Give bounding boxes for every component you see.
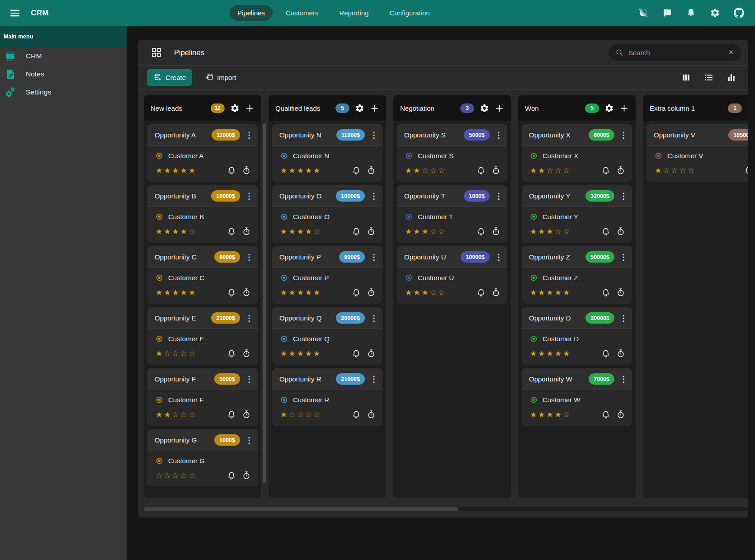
opportunity-card[interactable]: Opportunity G 1000$ ⋮ Customer G ☆☆☆☆☆ <box>147 429 258 487</box>
timer-button[interactable] <box>491 226 501 236</box>
opportunity-card[interactable]: Opportunity R 21000$ ⋮ Customer R ★☆☆☆☆ <box>272 368 382 426</box>
opportunity-card[interactable]: Opportunity Y 32000$ ⋮ Customer Y ★★★☆☆ <box>522 185 632 243</box>
card-menu-button[interactable]: ⋮ <box>369 253 379 261</box>
card-menu-button[interactable]: ⋮ <box>494 131 504 139</box>
timer-button[interactable] <box>616 287 626 297</box>
column-settings-button[interactable] <box>747 104 748 113</box>
card-menu-button[interactable]: ⋮ <box>244 375 254 383</box>
rating-stars[interactable]: ★★★☆☆ <box>530 228 571 235</box>
opportunity-card[interactable]: Opportunity E 21000$ ⋮ Customer E ★☆☆☆☆ <box>147 307 258 365</box>
search-input[interactable] <box>628 49 722 56</box>
opportunity-card[interactable]: Opportunity P 9000$ ⋮ Customer P ★★★★★ <box>272 246 382 304</box>
column-settings-button[interactable] <box>480 104 489 113</box>
column-settings-button[interactable] <box>355 104 364 113</box>
rating-stars[interactable]: ★★★☆☆ <box>405 289 446 296</box>
timer-button[interactable] <box>241 348 251 358</box>
timer-button[interactable] <box>491 287 501 297</box>
reminder-bell-button[interactable] <box>476 165 486 175</box>
opportunity-card[interactable]: Opportunity S 5000$ ⋮ Customer S ★★☆☆☆ <box>397 124 507 182</box>
rating-stars[interactable]: ★☆☆☆☆ <box>655 167 696 174</box>
column-add-button[interactable] <box>370 104 379 113</box>
card-menu-button[interactable]: ⋮ <box>369 192 379 200</box>
card-menu-button[interactable]: ⋮ <box>244 131 254 139</box>
reminder-bell-button[interactable] <box>226 226 236 236</box>
reminder-bell-button[interactable] <box>601 287 611 297</box>
timer-button[interactable] <box>241 409 251 419</box>
rating-stars[interactable]: ★★★★★ <box>280 167 321 174</box>
opportunity-card[interactable]: Opportunity U 10000$ ⋮ Customer U ★★★☆☆ <box>397 246 507 304</box>
rating-stars[interactable]: ★★★★★ <box>530 289 571 296</box>
rating-stars[interactable]: ★★★★★ <box>156 167 197 174</box>
card-menu-button[interactable]: ⋮ <box>618 253 628 261</box>
opportunity-card[interactable]: Opportunity F 5000$ ⋮ Customer F ★★☆☆☆ <box>147 368 258 426</box>
opportunity-card[interactable]: Opportunity B 10000$ ⋮ Customer B ★★★★☆ <box>147 185 258 243</box>
opportunity-card[interactable]: Opportunity X 6000$ ⋮ Customer X ★★☆☆☆ <box>522 124 632 182</box>
board-horizontal-scrollbar[interactable] <box>144 507 748 511</box>
opportunity-card[interactable]: Opportunity O 10000$ ⋮ Customer O ★★★★☆ <box>272 185 382 243</box>
import-button[interactable]: Import <box>201 69 240 86</box>
nav-tab-configuration[interactable]: Configuration <box>382 5 437 21</box>
search-clear-button[interactable]: ✕ <box>727 47 735 57</box>
timer-button[interactable] <box>366 348 376 358</box>
timer-button[interactable] <box>616 409 626 419</box>
reminder-bell-button[interactable] <box>226 471 236 480</box>
reminder-bell-button[interactable] <box>601 226 611 236</box>
github-button[interactable] <box>734 8 744 18</box>
card-menu-button[interactable]: ⋮ <box>369 314 379 322</box>
timer-button[interactable] <box>241 165 251 175</box>
reminder-bell-button[interactable] <box>351 348 361 358</box>
timer-button[interactable] <box>366 226 376 236</box>
column-add-button[interactable] <box>619 104 629 113</box>
sidebar-item-crm[interactable]: CRM <box>0 47 127 65</box>
opportunity-card[interactable]: Opportunity C 9000$ ⋮ Customer C ★★★★★ <box>147 246 258 304</box>
opportunity-card[interactable]: Opportunity A 11000$ ⋮ Customer A ★★★★★ <box>147 124 258 182</box>
reminder-bell-button[interactable] <box>744 165 748 175</box>
reminder-bell-button[interactable] <box>601 165 611 175</box>
notifications-button[interactable] <box>686 8 696 18</box>
timer-button[interactable] <box>366 165 376 175</box>
rating-stars[interactable]: ★★★★☆ <box>530 411 571 419</box>
reminder-bell-button[interactable] <box>226 348 236 358</box>
card-menu-button[interactable]: ⋮ <box>618 192 628 200</box>
timer-button[interactable] <box>491 165 501 175</box>
timer-button[interactable] <box>616 348 626 358</box>
card-menu-button[interactable]: ⋮ <box>244 192 254 200</box>
card-menu-button[interactable]: ⋮ <box>618 131 628 139</box>
card-menu-button[interactable]: ⋮ <box>244 253 254 261</box>
reminder-bell-button[interactable] <box>351 409 361 419</box>
card-menu-button[interactable]: ⋮ <box>494 253 504 261</box>
rating-stars[interactable]: ★★★★★ <box>156 289 197 296</box>
reminder-bell-button[interactable] <box>601 409 611 419</box>
reminder-bell-button[interactable] <box>351 165 361 175</box>
reminder-bell-button[interactable] <box>601 348 611 358</box>
rating-stars[interactable]: ★★★★★ <box>530 350 571 358</box>
timer-button[interactable] <box>616 226 626 236</box>
card-menu-button[interactable]: ⋮ <box>494 192 504 200</box>
timer-button[interactable] <box>241 471 251 480</box>
rating-stars[interactable]: ★★★★☆ <box>280 228 321 235</box>
reminder-bell-button[interactable] <box>226 287 236 297</box>
column-vertical-scrollbar[interactable] <box>263 123 266 483</box>
opportunity-card[interactable]: Opportunity D 20000$ ⋮ Customer D ★★★★★ <box>522 307 632 365</box>
nav-tab-customers[interactable]: Customers <box>278 5 326 21</box>
opportunity-card[interactable]: Opportunity Z 50000$ ⋮ Customer Z ★★★★★ <box>522 246 632 304</box>
reminder-bell-button[interactable] <box>476 226 486 236</box>
nav-tab-reporting[interactable]: Reporting <box>331 5 376 21</box>
nav-tab-pipelines[interactable]: Pipelines <box>230 5 273 21</box>
card-menu-button[interactable]: ⋮ <box>618 314 628 322</box>
rating-stars[interactable]: ★★☆☆☆ <box>156 411 197 419</box>
column-settings-button[interactable] <box>230 104 240 113</box>
reminder-bell-button[interactable] <box>351 226 361 236</box>
opportunity-card[interactable]: Opportunity V 10500$ ⋮ Customer V ★☆☆☆☆ <box>646 124 748 182</box>
opportunity-card[interactable]: Opportunity T 1000$ ⋮ Customer T ★★★☆☆ <box>397 185 507 243</box>
rating-stars[interactable]: ★★★☆☆ <box>405 228 446 235</box>
rating-stars[interactable]: ★☆☆☆☆ <box>280 411 321 419</box>
opportunity-card[interactable]: Opportunity N 11000$ ⋮ Customer N ★★★★★ <box>272 124 382 182</box>
rating-stars[interactable]: ★★★★★ <box>280 289 321 296</box>
reminder-bell-button[interactable] <box>226 409 236 419</box>
list-view-button[interactable] <box>703 72 714 83</box>
rating-stars[interactable]: ★★★★☆ <box>156 228 197 235</box>
column-settings-button[interactable] <box>604 104 614 113</box>
card-menu-button[interactable]: ⋮ <box>244 436 254 444</box>
timer-button[interactable] <box>366 409 376 419</box>
